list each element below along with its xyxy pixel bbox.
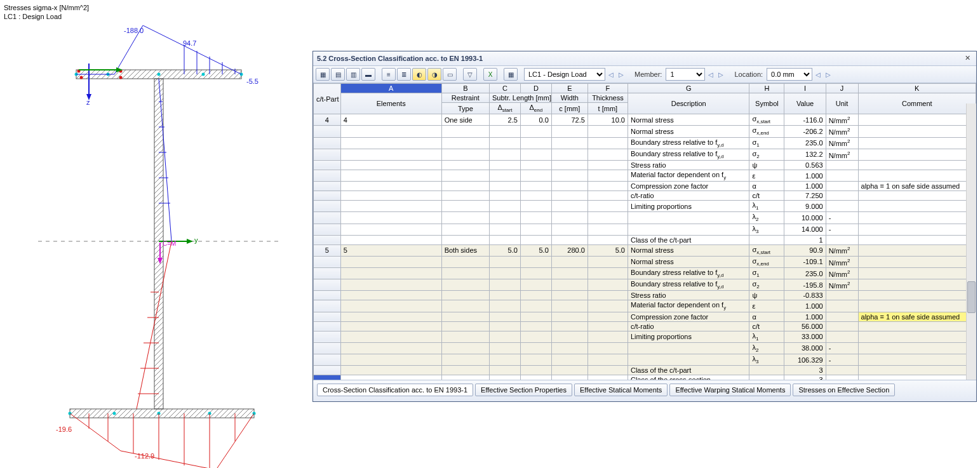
cell-H[interactable]: λ3 <box>749 224 784 235</box>
cell-G[interactable] <box>628 354 749 366</box>
col-D[interactable]: D <box>520 84 551 93</box>
cell-G[interactable]: Normal stress <box>628 114 749 126</box>
cell-H[interactable]: λ2 <box>749 212 784 224</box>
cell-E[interactable] <box>551 331 587 342</box>
cell-F[interactable] <box>587 160 628 170</box>
cell-F[interactable] <box>587 224 628 235</box>
cell-C[interactable] <box>490 149 521 160</box>
cell-K[interactable] <box>858 256 976 267</box>
cell-D[interactable] <box>520 300 551 312</box>
cell-I[interactable]: 33.000 <box>784 331 826 342</box>
cell-K[interactable] <box>858 212 976 224</box>
table-row[interactable]: λ238.000- <box>314 342 976 354</box>
cell-D[interactable] <box>520 201 551 212</box>
cell-D[interactable] <box>520 321 551 331</box>
cell-B[interactable] <box>441 342 489 354</box>
cell-H[interactable]: λ1 <box>749 331 784 342</box>
col-H[interactable]: H <box>749 84 784 93</box>
col-C[interactable]: C <box>490 84 521 93</box>
cell-I[interactable]: -0.833 <box>784 291 826 300</box>
table-row[interactable]: Normal stressσx,end-206.2N/mm2 <box>314 126 976 137</box>
cell-I[interactable]: 90.9 <box>784 244 826 256</box>
cell-H[interactable]: ε <box>749 170 784 181</box>
cell-D[interactable] <box>520 149 551 160</box>
cell-B[interactable] <box>441 137 489 149</box>
tab-stresses-eff[interactable]: Stresses on Effective Section <box>793 384 895 396</box>
cell-F[interactable] <box>587 182 628 191</box>
cell-K[interactable] <box>858 201 976 212</box>
cell-E[interactable] <box>551 300 587 312</box>
cell-G[interactable]: Limiting proportions <box>628 331 749 342</box>
cell-E[interactable] <box>551 268 587 279</box>
tb-btn-8[interactable]: ◑ <box>427 68 441 81</box>
cell-D[interactable]: 0.0 <box>520 114 551 126</box>
cell-K[interactable]: alpha = 1 on safe side assumed <box>858 312 976 321</box>
tab-eff-properties[interactable]: Effective Section Properties <box>475 384 572 396</box>
cell-H[interactable] <box>749 375 784 380</box>
table-row[interactable]: Class of the cross-section3 <box>314 375 976 380</box>
cell-J[interactable]: N/mm2 <box>826 114 858 126</box>
cell-D[interactable] <box>520 235 551 244</box>
cell-H[interactable]: σx,start <box>749 244 784 256</box>
cell-J[interactable] <box>826 160 858 170</box>
cell-E[interactable] <box>551 279 587 291</box>
cell-K[interactable] <box>858 342 976 354</box>
cell-C[interactable] <box>490 366 521 375</box>
cell-K[interactable] <box>858 137 976 149</box>
cell-C[interactable] <box>490 342 521 354</box>
table-row[interactable]: Compression zone factorα1.000alpha = 1 o… <box>314 182 976 191</box>
cell-E[interactable]: 280.0 <box>551 244 587 256</box>
cell-G[interactable]: Compression zone factor <box>628 182 749 191</box>
cell-E[interactable] <box>551 182 587 191</box>
cell-H[interactable]: c/t <box>749 321 784 331</box>
cell-K[interactable] <box>858 160 976 170</box>
cell-I[interactable]: 9.000 <box>784 201 826 212</box>
cell-D[interactable] <box>520 291 551 300</box>
cell-G[interactable]: Stress ratio <box>628 160 749 170</box>
cell-F[interactable] <box>587 291 628 300</box>
table-row[interactable]: Material factor dependent on fyε1.000 <box>314 170 976 181</box>
cell-J[interactable]: N/mm2 <box>826 244 858 256</box>
cell-F[interactable] <box>587 256 628 267</box>
cell-J[interactable]: - <box>826 342 858 354</box>
cell-E[interactable] <box>551 375 587 380</box>
cell-D[interactable]: 5.0 <box>520 244 551 256</box>
tb-btn-3[interactable]: ▥ <box>346 68 360 81</box>
tb-btn-5[interactable]: ≡ <box>382 68 396 81</box>
tb-filter-icon[interactable]: ▽ <box>463 68 477 81</box>
tb-btn-4[interactable]: ▬ <box>361 68 375 81</box>
cell-D[interactable] <box>520 268 551 279</box>
col-I[interactable]: I <box>784 84 826 93</box>
tb-btn-6[interactable]: ≣ <box>397 68 411 81</box>
row-header[interactable] <box>314 321 341 331</box>
cell-A[interactable] <box>340 354 441 366</box>
cell-D[interactable] <box>520 331 551 342</box>
cell-A[interactable] <box>340 321 441 331</box>
cell-J[interactable]: N/mm2 <box>826 268 858 279</box>
cell-H[interactable] <box>749 235 784 244</box>
cell-J[interactable] <box>826 321 858 331</box>
row-header[interactable] <box>314 375 341 380</box>
cell-I[interactable]: 1.000 <box>784 300 826 312</box>
member-prev-icon[interactable]: ◁ <box>706 70 715 79</box>
tab-classification[interactable]: Cross-Section Classification acc. to EN … <box>317 384 473 396</box>
col-G[interactable]: G <box>628 84 749 93</box>
cell-C[interactable] <box>490 279 521 291</box>
cell-F[interactable] <box>587 137 628 149</box>
table-row[interactable]: Boundary stress relative to fy,dσ1235.0N… <box>314 137 976 149</box>
row-header[interactable] <box>314 182 341 191</box>
cell-B[interactable]: Both sides <box>441 244 489 256</box>
cell-B[interactable] <box>441 331 489 342</box>
cell-K[interactable] <box>858 366 976 375</box>
cell-C[interactable] <box>490 375 521 380</box>
cell-B[interactable] <box>441 235 489 244</box>
cell-I[interactable]: 235.0 <box>784 268 826 279</box>
row-header[interactable] <box>314 291 341 300</box>
row-header[interactable] <box>314 256 341 267</box>
cell-A[interactable] <box>340 366 441 375</box>
cell-I[interactable]: -116.0 <box>784 114 826 126</box>
cell-A[interactable] <box>340 312 441 321</box>
member-next-icon[interactable]: ▷ <box>716 70 725 79</box>
cell-F[interactable] <box>587 375 628 380</box>
cell-A[interactable] <box>340 291 441 300</box>
